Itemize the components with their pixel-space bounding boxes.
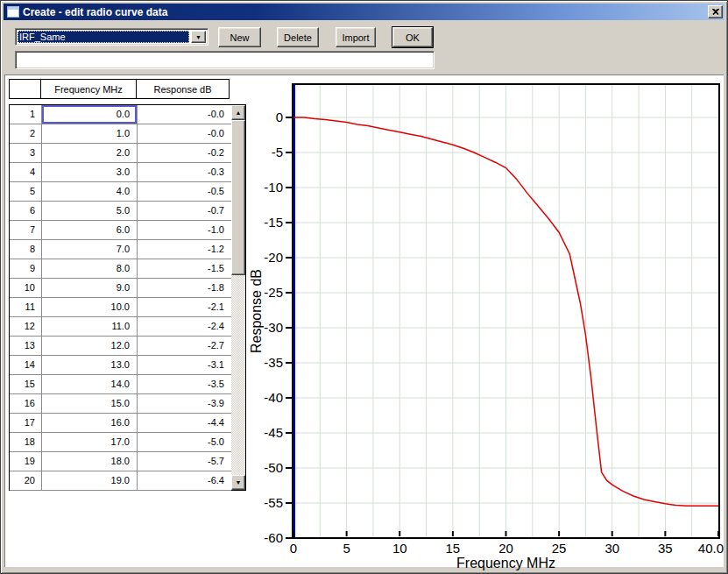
row-number-cell[interactable]: 8	[10, 240, 42, 259]
response-cell[interactable]: -3.9	[138, 394, 231, 414]
y-tick-label: -50	[264, 460, 283, 475]
row-number-cell[interactable]: 7	[10, 221, 42, 240]
frequency-cell[interactable]: 5.0	[42, 202, 138, 221]
row-number-cell[interactable]: 11	[10, 298, 42, 317]
scroll-up-icon: ▲	[236, 110, 242, 116]
table-row: 20 19.0 -6.4	[10, 471, 231, 491]
frequency-cell[interactable]: 19.0	[42, 471, 138, 491]
frequency-cell[interactable]: 15.0	[42, 394, 138, 414]
response-cell[interactable]: -6.4	[138, 471, 231, 491]
grid-rows: 1 0.0 -0.0 2 1.0 -0.0 3 2.0 -0.2 4 3.0 -…	[10, 105, 231, 491]
table-header-frequency: Frequency MHz	[40, 79, 137, 99]
frequency-cell[interactable]: 18.0	[42, 452, 138, 471]
table-row: 18 17.0 -5.0	[10, 433, 231, 452]
row-number-cell[interactable]: 16	[10, 394, 42, 414]
table-scrollbar[interactable]: ▲ ▼	[231, 105, 245, 490]
frequency-cell[interactable]: 11.0	[42, 317, 138, 337]
scroll-down-button[interactable]: ▼	[231, 475, 245, 490]
selected-edit-cell[interactable]: 0.0	[42, 105, 138, 124]
response-cell[interactable]: -0.0	[138, 124, 231, 144]
response-cell[interactable]: -5.0	[138, 433, 231, 452]
response-curve-chart: 0-5-10-15-20-25-30-35-40-45-50-55-600510…	[250, 77, 727, 573]
frequency-cell[interactable]: 6.0	[42, 221, 138, 240]
row-number-cell[interactable]: 14	[10, 356, 42, 375]
dropdown-button[interactable]: ▼	[191, 31, 206, 43]
response-cell[interactable]: -3.5	[138, 375, 231, 394]
row-number-cell[interactable]: 18	[10, 433, 42, 452]
response-cell[interactable]: -0.5	[138, 182, 231, 202]
response-cell[interactable]: -1.0	[138, 221, 231, 240]
row-number-cell[interactable]: 6	[10, 202, 42, 221]
curve-name-input[interactable]	[15, 51, 435, 69]
response-cell[interactable]: -1.5	[138, 259, 231, 279]
delete-button[interactable]: Delete	[277, 27, 319, 47]
import-button[interactable]: Import	[336, 27, 376, 47]
response-cell[interactable]: -1.8	[138, 279, 231, 298]
frequency-cell[interactable]: 1.0	[42, 124, 138, 144]
frequency-cell[interactable]: 9.0	[42, 279, 138, 298]
response-cell[interactable]: -1.2	[138, 240, 231, 259]
table-row: 7 6.0 -1.0	[10, 221, 231, 240]
y-tick-label: -55	[264, 495, 283, 510]
response-cell[interactable]: -0.3	[138, 163, 231, 182]
table-row: 5 4.0 -0.5	[10, 182, 231, 202]
frequency-cell[interactable]: 4.0	[42, 182, 138, 202]
y-tick-label: -10	[264, 180, 283, 195]
frequency-cell[interactable]: 16.0	[42, 414, 138, 433]
curve-selector[interactable]: IRF_Same ▼	[15, 28, 209, 46]
scroll-up-button[interactable]: ▲	[231, 105, 245, 120]
row-number-cell[interactable]: 5	[10, 182, 42, 202]
response-cell[interactable]: -0.0	[138, 105, 231, 124]
frequency-cell[interactable]: 10.0	[42, 298, 138, 317]
frequency-cell[interactable]: 3.0	[42, 163, 138, 182]
response-cell[interactable]: -3.1	[138, 356, 231, 375]
response-cell[interactable]: -5.7	[138, 452, 231, 471]
curve-selector-value[interactable]: IRF_Same	[18, 31, 189, 43]
frequency-cell[interactable]: 14.0	[42, 375, 138, 394]
table-row: 13 12.0 -2.7	[10, 337, 231, 356]
frequency-cell[interactable]: 12.0	[42, 337, 138, 356]
response-cell[interactable]: -0.2	[138, 144, 231, 163]
response-cell[interactable]: -2.7	[138, 337, 231, 356]
y-tick-label: -5	[272, 145, 283, 159]
frequency-cell[interactable]: 7.0	[42, 240, 138, 259]
scrollbar-thumb[interactable]	[231, 120, 245, 275]
row-number-cell[interactable]: 20	[10, 471, 42, 491]
x-tick-label: 30	[604, 541, 619, 556]
response-cell[interactable]: -2.4	[138, 317, 231, 337]
frequency-cell[interactable]: 17.0	[42, 433, 138, 452]
new-button[interactable]: New	[218, 27, 261, 47]
row-number-cell[interactable]: 13	[10, 337, 42, 356]
row-number-cell[interactable]: 3	[10, 144, 42, 163]
y-axis-title: Response dB	[250, 269, 264, 353]
row-number-cell[interactable]: 2	[10, 124, 42, 144]
row-number-cell[interactable]: 10	[10, 279, 42, 298]
x-axis-title: Frequency MHz	[456, 556, 555, 570]
dialog-window: Create - edit radio curve data IRF_Same …	[0, 0, 728, 574]
table-row: 3 2.0 -0.2	[10, 144, 231, 163]
table-header-rownum	[9, 79, 41, 99]
row-number-cell[interactable]: 15	[10, 375, 42, 394]
frequency-cell[interactable]: 8.0	[42, 259, 138, 279]
frequency-cell[interactable]: 13.0	[42, 356, 138, 375]
row-number-cell[interactable]: 17	[10, 414, 42, 433]
table-row: 12 11.0 -2.4	[10, 317, 231, 337]
ok-button[interactable]: OK	[392, 27, 433, 47]
y-tick-label: -25	[264, 285, 283, 300]
frequency-cell[interactable]: 2.0	[42, 144, 138, 163]
row-number-cell[interactable]: 1	[10, 105, 42, 124]
row-number-cell[interactable]: 9	[10, 259, 42, 279]
ok-button-default-ring: OK	[392, 26, 434, 48]
title-bar[interactable]: Create - edit radio curve data	[4, 4, 724, 20]
response-cell[interactable]: -2.1	[138, 298, 231, 317]
y-tick-label: -30	[264, 320, 283, 335]
row-number-cell[interactable]: 4	[10, 163, 42, 182]
row-number-cell[interactable]: 19	[10, 452, 42, 471]
response-cell[interactable]: -4.4	[138, 414, 231, 433]
curve-data-grid: 1 0.0 -0.0 2 1.0 -0.0 3 2.0 -0.2 4 3.0 -…	[9, 104, 246, 491]
close-button[interactable]	[708, 5, 723, 18]
response-cell[interactable]: -0.7	[138, 202, 231, 221]
row-number-cell[interactable]: 12	[10, 317, 42, 337]
client-area: Frequency MHz Response dB 1 0.0 -0.0 2 1…	[4, 74, 724, 567]
table-row: 15 14.0 -3.5	[10, 375, 231, 394]
